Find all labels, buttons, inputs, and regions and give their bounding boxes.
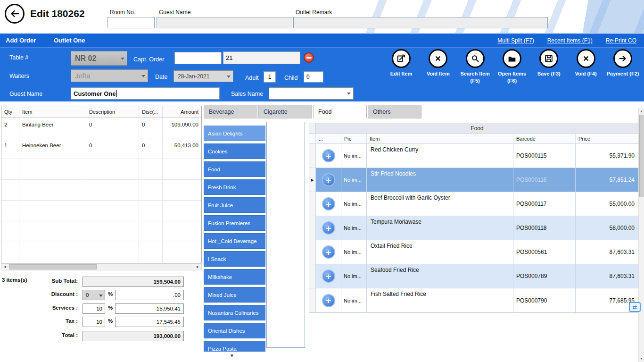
food-row[interactable]: + No im... Tempura Moriawase POS000118 5… — [309, 216, 638, 240]
categories-scroll-down-icon[interactable]: ▼ — [230, 353, 234, 358]
category-button-pizza-pasta[interactable]: Pizza Pasta — [204, 341, 265, 352]
link-multi-split[interactable]: Multi Split (F7) — [497, 37, 534, 44]
sales-name-label: Sales Name — [231, 91, 263, 97]
waiters-select[interactable]: Jefta — [71, 69, 148, 82]
plus-icon: + — [326, 296, 331, 305]
tax-percent-input[interactable] — [83, 317, 105, 327]
row-selector-cell — [309, 288, 316, 312]
add-item-button[interactable]: + — [322, 149, 335, 162]
outlet-remark-label: Outlet Remark — [296, 9, 332, 16]
row-selector-cell — [309, 216, 316, 240]
order-disc: 0 — [139, 138, 163, 159]
void-item-button[interactable]: Void Item — [420, 49, 456, 84]
capt-order-input[interactable] — [174, 52, 222, 64]
category-button-food[interactable]: Food — [204, 161, 265, 177]
x-icon — [433, 53, 443, 64]
panel-toggle-button[interactable]: ⇄ — [629, 302, 641, 312]
order-amount: 109,090.00 — [163, 118, 201, 138]
room-no-input[interactable] — [107, 17, 155, 28]
order-horizontal-scrollbar[interactable]: ◄ ► — [1, 263, 202, 270]
scroll-down-icon[interactable]: ▼ — [639, 355, 644, 362]
outlet-remark-input[interactable] — [293, 17, 548, 28]
food-row-selected[interactable]: ▶ + No im... Stir Fried Noodles POS00011… — [309, 168, 638, 192]
tab-beverage[interactable]: Beverage — [204, 105, 257, 118]
category-button-fusion-premieres[interactable]: Fusion Premieres — [204, 215, 265, 231]
food-row[interactable]: + No im... Fish Salted Fried Rice POS000… — [309, 288, 638, 312]
col-qty: Qty — [1, 106, 19, 117]
scrollbar-thumb[interactable] — [9, 264, 97, 269]
food-row[interactable]: + No im... Seafood Fried Rice POS000789 … — [309, 264, 638, 288]
search-icon — [470, 53, 480, 64]
child-input[interactable] — [304, 71, 323, 83]
edit-item-button[interactable]: Edit Item — [383, 49, 420, 84]
food-item-name: Tempura Moriawase — [367, 216, 513, 240]
scrollbar-thumb[interactable] — [639, 115, 644, 197]
add-item-button[interactable]: + — [322, 294, 335, 307]
order-row[interactable]: 1 Heinneken Beer 0 0 50,413.00 — [1, 138, 201, 159]
category-label: Nusantara Culinaries — [208, 310, 258, 316]
guest-name-top-input[interactable] — [157, 17, 292, 28]
services-label: Services : — [21, 305, 78, 311]
category-button-nusantara-culinaries[interactable]: Nusantara Culinaries — [204, 305, 265, 320]
menu-outlet-one[interactable]: Outlet One — [54, 37, 85, 44]
tab-others[interactable]: Others — [368, 105, 421, 118]
category-button-cookies[interactable]: Cookies — [204, 143, 265, 159]
food-row[interactable]: + No im... Red Chicken Curry POS000115 5… — [309, 144, 638, 168]
minus-icon — [306, 57, 312, 59]
adult-input[interactable] — [264, 71, 276, 83]
back-arrow-icon — [9, 8, 20, 19]
void-button[interactable]: Void (F4) — [568, 49, 604, 84]
discount-percent-select[interactable]: 0 — [83, 290, 105, 300]
category-button-i-snack[interactable]: I Snack — [204, 251, 265, 267]
add-item-button[interactable]: + — [322, 245, 335, 259]
add-item-button[interactable]: + — [322, 269, 335, 283]
category-button-asian-delights[interactable]: Asian Delights — [204, 126, 265, 141]
food-item-price: 57,851.24 — [576, 168, 638, 192]
scroll-right-icon[interactable]: ► — [194, 264, 201, 270]
menu-add-order[interactable]: Add Order — [6, 37, 36, 44]
scroll-up-icon[interactable]: ▲ — [639, 108, 644, 114]
food-item-barcode: POS000117 — [513, 192, 576, 216]
folder-icon — [507, 53, 517, 64]
tab-cigarette[interactable]: Cigarette — [258, 105, 312, 118]
no-image-label: No im... — [341, 240, 367, 264]
table-corner-cell — [309, 123, 316, 133]
action-buttons: Edit Item Void Item Search Item (F5) Ope… — [383, 49, 641, 84]
menu-bar: Add Order Outlet One Multi Split (F7) Re… — [0, 34, 644, 48]
services-percent-input[interactable] — [83, 303, 105, 314]
table-number-select[interactable]: NR 02 — [71, 51, 127, 66]
child-label: Child — [284, 75, 298, 81]
tab-food[interactable]: Food — [313, 105, 367, 118]
page-title: Edit 180262 — [30, 8, 85, 19]
link-recent-items[interactable]: Recent Items (F1) — [547, 37, 593, 44]
food-row[interactable]: + No im... Oxtail Fried Rice POS000561 8… — [309, 240, 638, 264]
open-items-button[interactable]: Open Items (F6) — [494, 49, 530, 84]
save-button[interactable]: Save (F3) — [530, 49, 567, 84]
payment-button[interactable]: Payment (F2) — [604, 49, 641, 84]
add-item-button[interactable]: + — [322, 197, 335, 210]
back-button[interactable] — [5, 4, 25, 24]
food-item-price: 55,000.00 — [576, 192, 638, 216]
category-button-fruit-juice[interactable]: Fruit Juice — [204, 197, 265, 213]
no-image-label: No im... — [341, 192, 367, 216]
category-tabs: Beverage Cigarette Food Others — [204, 105, 422, 118]
search-item-button[interactable]: Search Item (F5) — [457, 49, 494, 84]
category-button-fresh-drink[interactable]: Fresh Drink — [204, 179, 265, 195]
sales-name-select[interactable] — [269, 87, 354, 100]
remove-capt-order-button[interactable] — [304, 52, 314, 63]
category-button-milkshake[interactable]: Milkshake — [204, 269, 265, 285]
food-item-barcode: POS000116 — [513, 168, 576, 192]
capt-order-number-field[interactable]: 21 — [223, 51, 300, 64]
date-picker[interactable]: 28-Jan-2021 — [173, 70, 233, 82]
category-button-hot-cold-beverage[interactable]: Hot _Cold Beverage — [204, 233, 265, 249]
order-row[interactable]: 2 Bintang Beer 0 0 109,090.00 — [1, 118, 201, 138]
add-item-button[interactable]: + — [322, 173, 335, 186]
category-button-mixed-juice[interactable]: Mixed Juice — [204, 287, 265, 303]
category-button-oriental-dishes[interactable]: Oriental Dishes — [204, 323, 265, 338]
food-row[interactable]: + No im... Beef Broccoli with Garlic Oys… — [309, 192, 638, 216]
guest-name-field[interactable]: Customer One — [71, 87, 220, 100]
add-item-button[interactable]: + — [322, 221, 335, 235]
vertical-scrollbar[interactable]: ▲ ▼ — [638, 108, 644, 362]
link-reprint-co[interactable]: Re-Print CO — [606, 37, 636, 44]
scroll-left-icon[interactable]: ◄ — [1, 264, 8, 270]
